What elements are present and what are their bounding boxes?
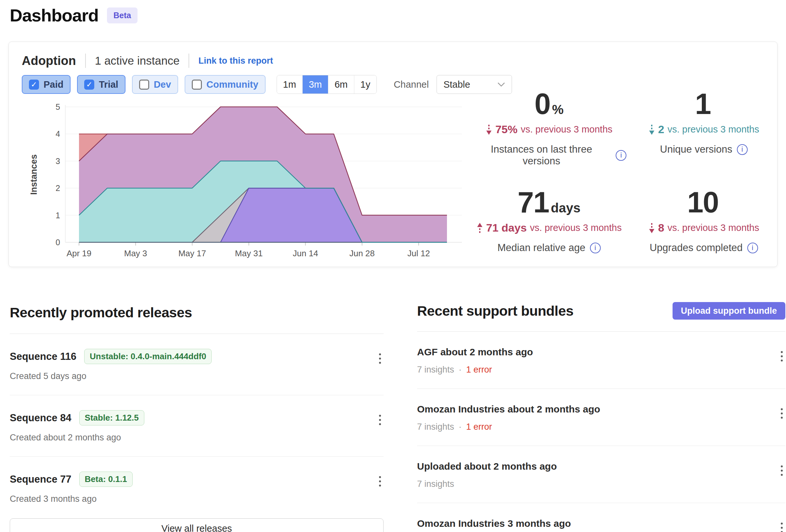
release-row: Sequence 116 Unstable: 0.4.0-main.444ddf… [10,334,384,395]
adoption-stats-grid: 0% 75% vs. previous 3 months Instances o… [472,89,781,253]
release-version-badge: Unstable: 0.4.0-main.444ddf0 [84,349,212,364]
bundle-title: Omozan Industries about 2 months ago [417,404,600,415]
stat-label: Upgrades completed [649,242,742,253]
chevron-down-icon [498,82,505,87]
checkbox-unchecked-icon[interactable] [192,79,202,90]
info-icon[interactable] [747,243,758,253]
kebab-menu-icon[interactable] [376,350,384,367]
bundle-title: AGF about 2 months ago [417,346,533,358]
kebab-menu-icon[interactable] [778,462,785,479]
stat-label: Median relative age [498,242,585,253]
bundle-errors: 1 error [466,422,492,432]
beta-badge: Beta [107,7,138,23]
svg-text:May 3: May 3 [124,248,147,258]
stat-instances-last-three-versions: 0% 75% vs. previous 3 months Instances o… [472,89,626,167]
svg-text:Jul 12: Jul 12 [407,248,430,258]
releases-heading: Recently promoted releases [10,305,384,320]
recently-promoted-releases-section: Recently promoted releases Sequence 116 … [10,305,384,532]
stat-label: Instances on last three versions [472,144,611,167]
meta-separator: · [459,422,462,432]
release-title: Sequence 77 [10,474,71,485]
arrow-down-dashed-icon [486,124,492,135]
bundles-heading: Recent support bundles [417,303,573,319]
kebab-menu-icon[interactable] [376,473,384,490]
support-bundle-row: Uploaded about 2 months ago 7 insights [417,446,785,503]
release-created: Created 3 months ago [10,494,133,504]
filter-community-label: Community [206,79,258,90]
release-title: Sequence 116 [10,351,76,362]
stat-median-relative-age: 71days 71 days vs. previous 3 months Med… [472,188,626,253]
stat-delta-suffix: vs. previous 3 months [521,124,612,135]
channel-label: Channel [394,79,429,90]
support-bundle-row: Omozan Industries 3 months ago 7 insight… [417,503,785,532]
divider [188,54,189,68]
svg-text:Apr 19: Apr 19 [67,248,92,258]
bundle-insights: 7 insights [417,365,454,375]
svg-text:May 17: May 17 [179,248,206,258]
kebab-menu-icon[interactable] [778,519,785,532]
stat-delta-suffix: vs. previous 3 months [530,222,622,233]
range-6m-button[interactable]: 6m [328,75,354,94]
bundle-title: Uploaded about 2 months ago [417,461,557,472]
time-range-segmented-control: 1m 3m 6m 1y [277,75,377,94]
filter-paid-label: Paid [44,79,63,90]
stat-unit: % [552,102,564,117]
bundle-insights: 7 insights [417,422,454,432]
filter-community-button[interactable]: Community [185,75,265,94]
stat-upgrades-completed: 10 8 vs. previous 3 months Upgrades comp… [626,188,781,253]
stat-unit: days [551,201,580,215]
filter-paid-button[interactable]: Paid [22,75,71,94]
svg-text:Jun 14: Jun 14 [293,248,318,258]
info-icon[interactable] [616,150,626,161]
view-all-releases-button[interactable]: View all releases [10,518,384,532]
range-3m-button[interactable]: 3m [303,75,328,94]
checkbox-checked-icon[interactable] [84,79,94,90]
meta-separator: · [459,365,462,375]
arrow-down-dashed-icon [648,124,655,135]
range-1y-button[interactable]: 1y [354,75,377,94]
adoption-card-header: Adoption 1 active instance Link to this … [22,54,273,68]
support-bundle-row: AGF about 2 months ago 7 insights · 1 er… [417,332,785,389]
range-1m-button[interactable]: 1m [277,75,303,94]
arrow-down-dashed-icon [648,222,655,234]
kebab-menu-icon[interactable] [376,411,384,428]
upload-support-bundle-button[interactable]: Upload support bundle [673,302,785,320]
filter-dev-label: Dev [154,79,171,90]
stat-delta-suffix: vs. previous 3 months [667,222,759,233]
divider [85,54,86,68]
info-icon[interactable] [590,243,601,253]
release-created: Created 5 days ago [10,371,212,381]
stat-delta-suffix: vs. previous 3 months [667,124,759,135]
filter-dev-button[interactable]: Dev [132,75,178,94]
svg-text:Instances: Instances [29,154,39,195]
svg-text:0: 0 [55,238,60,247]
adoption-filters-row: Paid Trial Dev Community 1m 3m 6m 1y Cha… [22,75,512,94]
filter-trial-button[interactable]: Trial [77,75,125,94]
stat-delta-value: 71 days [486,221,527,234]
bundle-errors: 1 error [466,365,492,375]
link-to-report[interactable]: Link to this report [198,56,273,66]
active-instances-count: 1 active instance [95,54,180,67]
checkbox-checked-icon[interactable] [29,79,39,90]
stat-delta-value: 75% [495,123,517,136]
kebab-menu-icon[interactable] [778,405,785,422]
release-version-badge: Stable: 1.12.5 [79,410,144,426]
kebab-menu-icon[interactable] [778,348,785,365]
svg-text:4: 4 [55,129,60,138]
svg-text:May 31: May 31 [235,248,263,258]
release-version-badge: Beta: 0.1.1 [79,471,133,487]
adoption-card: Adoption 1 active instance Link to this … [8,42,778,267]
svg-text:2: 2 [55,184,60,193]
stat-delta-value: 8 [658,221,665,234]
checkbox-unchecked-icon[interactable] [139,79,149,90]
recent-support-bundles-section: Recent support bundles Upload support bu… [417,302,785,532]
filter-trial-label: Trial [99,79,118,90]
release-row: Sequence 77 Beta: 0.1.1 Created 3 months… [10,457,384,518]
support-bundle-row: Omozan Industries about 2 months ago 7 i… [417,389,785,446]
stat-label: Unique versions [660,144,732,155]
svg-text:1: 1 [55,211,60,220]
info-icon[interactable] [737,144,748,155]
adoption-area-chart: 012345InstancesApr 19May 3May 17May 31Ju… [20,101,465,261]
stat-value: 0 [534,88,550,120]
stat-unique-versions: 1 2 vs. previous 3 months Unique version… [626,89,781,167]
